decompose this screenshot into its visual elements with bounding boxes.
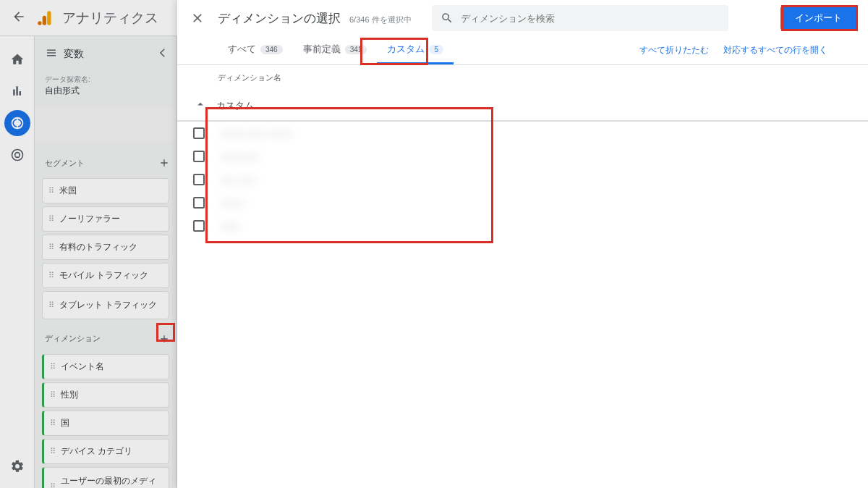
tab-count: 5 [429, 45, 443, 54]
tab-predefined[interactable]: 事前定義 341 [293, 36, 378, 64]
dimension-item-row[interactable]: xxxx [177, 214, 868, 237]
import-button[interactable]: インポート [780, 6, 856, 30]
dimension-item-row[interactable]: xxxxx [177, 191, 868, 214]
dimension-picker-modal: ディメンションの選択 6/346 件を選択中 インポート すべて 346 事前定… [177, 0, 868, 488]
search-icon [441, 12, 454, 25]
search-field[interactable] [432, 5, 728, 31]
expand-all-link[interactable]: 対応するすべての行を開く [723, 44, 827, 56]
checkbox[interactable] [193, 151, 205, 162]
dimension-item-row[interactable]: xxxxxxxx [177, 145, 868, 168]
tab-label: すべて [228, 43, 256, 56]
column-header: ディメンション名 [177, 65, 868, 91]
checkbox[interactable] [193, 220, 205, 232]
dimension-item-row[interactable]: xxxxx xxxx xxxxx [177, 122, 868, 145]
item-label: xxxxxxxx [221, 151, 258, 162]
checkbox[interactable] [193, 127, 205, 139]
modal-subtitle: 6/346 件を選択中 [349, 14, 412, 25]
tabs-row: すべて 346 事前定義 341 カスタム 5 すべて折りたたむ 対応するすべて… [177, 36, 868, 65]
tab-count: 346 [260, 45, 283, 54]
tab-label: カスタム [387, 43, 425, 56]
item-label: xxx xxxx [221, 174, 256, 185]
modal-header: ディメンションの選択 6/346 件を選択中 インポート [177, 0, 868, 36]
collapse-all-link[interactable]: すべて折りたたむ [639, 44, 709, 56]
checkbox[interactable] [193, 174, 205, 185]
chevron-up-icon [192, 98, 209, 113]
search-input[interactable] [461, 13, 720, 24]
item-label: xxxxx xxxx xxxxx [221, 128, 292, 139]
item-label: xxxxx [221, 198, 244, 209]
item-label: xxxx [221, 221, 239, 232]
group-row-custom[interactable]: カスタム [177, 91, 868, 120]
tab-custom[interactable]: カスタム 5 [377, 36, 454, 64]
checkbox[interactable] [193, 197, 205, 209]
close-icon[interactable] [189, 9, 206, 27]
dimension-item-row[interactable]: xxx xxxx [177, 168, 868, 191]
modal-title: ディメンションの選択 [218, 10, 341, 27]
tab-count: 341 [345, 45, 367, 54]
tab-all[interactable]: すべて 346 [218, 36, 293, 64]
group-label: カスタム [216, 99, 254, 112]
tab-label: 事前定義 [303, 43, 341, 56]
